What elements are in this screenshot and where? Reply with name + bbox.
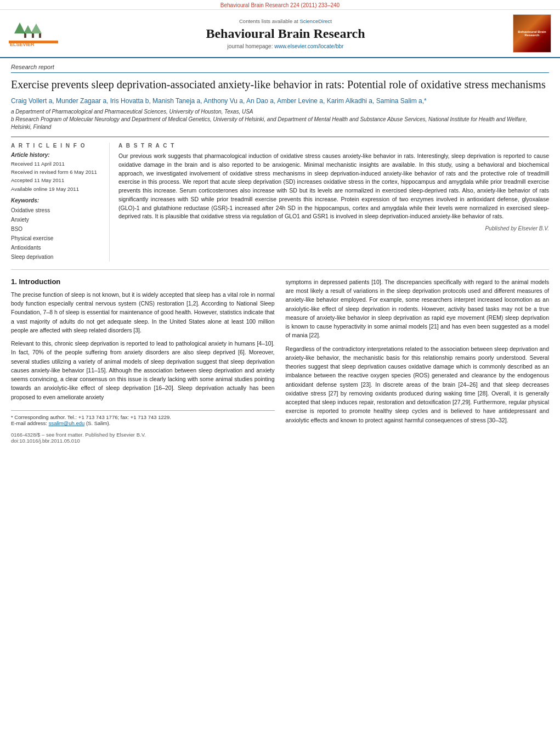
journal-header: ELSEVIER Contents lists available at Sci… (0, 10, 560, 58)
intro-para-1: The precise function of sleep is not kno… (11, 290, 275, 335)
article-info-column: A R T I C L E I N F O Article history: R… (11, 143, 110, 262)
issn-text: 0166-4328/$ – see front matter. Publishe… (11, 432, 275, 438)
published-by: Published by Elsevier B.V. (118, 225, 549, 231)
keyword-5: Antioxidants (11, 243, 103, 252)
keywords-list: Oxidative stress Anxiety BSO Physical ex… (11, 206, 103, 262)
email-line: E-mail address: ssalim@uh.edu (S. Salim)… (11, 420, 275, 426)
svg-marker-4 (24, 25, 32, 33)
journal-homepage: journal homepage: www.elsevier.com/locat… (64, 43, 507, 49)
main-content: Research report Exercise prevents sleep … (0, 58, 560, 449)
body-left-col: 1. Introduction The precise function of … (11, 278, 275, 444)
svg-text:ELSEVIER: ELSEVIER (10, 42, 35, 47)
section-divider (11, 269, 549, 270)
keyword-3: BSO (11, 224, 103, 234)
keyword-6: Sleep deprivation (11, 252, 103, 262)
doi-text: doi:10.1016/j.bbr.2011.05.010 (11, 438, 275, 444)
journal-thumbnail: Behavioural Brain Research (513, 14, 551, 53)
sciencedirect-link[interactable]: ScienceDirect (299, 18, 332, 24)
authors-line: Craig Vollert a, Munder Zagaar a, Iris H… (11, 97, 549, 105)
contents-available-text: Contents lists available at ScienceDirec… (64, 18, 507, 24)
email-link[interactable]: ssalim@uh.edu (49, 420, 85, 426)
affiliation-b: b Research Program of Molecular Neurolog… (11, 116, 549, 131)
journal-header-center: Contents lists available at ScienceDirec… (58, 18, 513, 49)
corresponding-author: * Corresponding author. Tel.: +1 713 743… (11, 414, 275, 420)
article-type-label: Research report (11, 64, 549, 73)
keywords-label: Keywords: (11, 197, 103, 203)
journal-url[interactable]: www.elsevier.com/locate/bbr (274, 43, 343, 49)
article-info-heading: A R T I C L E I N F O (11, 143, 103, 149)
affiliations: a Department of Pharmacological and Phar… (11, 108, 549, 131)
intro-section-title: 1. Introduction (11, 278, 275, 286)
body-section: 1. Introduction The precise function of … (11, 278, 549, 444)
journal-reference-bar: Behavioural Brain Research 224 (2011) 23… (0, 0, 560, 10)
svg-rect-6 (24, 33, 26, 38)
keyword-1: Oxidative stress (11, 206, 103, 215)
article-title: Exercise prevents sleep deprivation-asso… (11, 77, 549, 92)
svg-marker-3 (14, 22, 25, 33)
abstract-column: A B S T R A C T Our previous work sugges… (118, 143, 549, 262)
abstract-text: Our previous work suggests that pharmaco… (118, 152, 549, 221)
elsevier-logo: ELSEVIER (9, 20, 58, 47)
keyword-4: Physical exercise (11, 234, 103, 243)
abstract-heading: A B S T R A C T (118, 143, 549, 149)
received-date: Received 11 April 2011 Received in revis… (11, 160, 103, 193)
bottom-info: 0166-4328/$ – see front matter. Publishe… (11, 432, 275, 444)
keyword-2: Anxiety (11, 215, 103, 224)
footnote-area: * Corresponding author. Tel.: +1 713 743… (11, 410, 275, 426)
svg-rect-7 (32, 33, 34, 38)
svg-marker-5 (31, 24, 42, 33)
intro-col2-para-1: symptoms in depressed patients [10]. The… (286, 278, 550, 340)
journal-ref-text: Behavioural Brain Research 224 (2011) 23… (220, 2, 340, 8)
info-abstract-section: A R T I C L E I N F O Article history: R… (11, 137, 549, 262)
svg-rect-8 (39, 33, 41, 38)
intro-para-2: Relevant to this, chronic sleep deprivat… (11, 339, 275, 401)
article-history-label: Article history: (11, 152, 103, 158)
journal-title: Behavioural Brain Research (64, 26, 507, 41)
body-right-col: symptoms in depressed patients [10]. The… (286, 278, 550, 444)
affiliation-a: a Department of Pharmacological and Phar… (11, 108, 549, 116)
intro-col2-para-2: Regardless of the contradictory interpre… (286, 344, 550, 425)
